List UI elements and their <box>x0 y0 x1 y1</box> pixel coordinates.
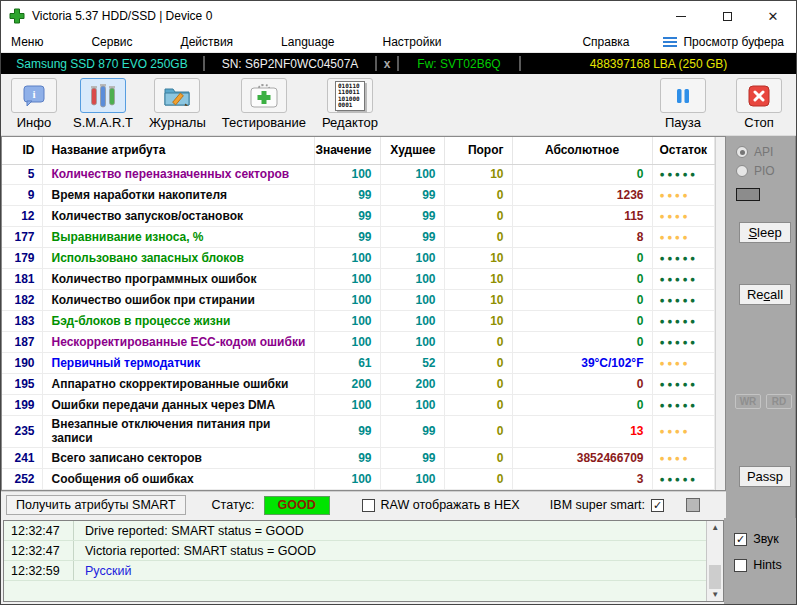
table-row[interactable]: 187Нескорректированные ECC-кодом ошибки1… <box>2 332 714 353</box>
table-row[interactable]: 179Использовано запасных блоков100100100… <box>2 248 714 269</box>
table-row[interactable]: 235Внезапные отключения питания при запи… <box>2 415 714 447</box>
cell-worst: 99 <box>380 447 444 468</box>
cell-threshold: 0 <box>444 447 512 468</box>
pause-button[interactable]: Пауза <box>660 78 706 130</box>
cell-value: 99 <box>314 447 380 468</box>
device-serial: SN: S6P2NF0WC04507A <box>205 57 375 71</box>
header-remaining[interactable]: Остаток <box>652 137 714 164</box>
cell-worst: 100 <box>380 311 444 332</box>
ibm-super-smart-checkbox[interactable] <box>651 499 664 512</box>
cell-attribute-name: Первичный термодатчик <box>42 353 314 374</box>
hints-checkbox-row[interactable]: Hints <box>734 558 796 572</box>
activity-led <box>736 188 760 201</box>
pio-radio[interactable] <box>736 165 748 177</box>
sound-checkbox-row[interactable]: Звук <box>734 532 796 546</box>
table-row[interactable]: 190Первичный термодатчик6152039°C/102°F●… <box>2 353 714 374</box>
cell-id: 252 <box>2 468 42 489</box>
header-threshold[interactable]: Порог <box>444 137 512 164</box>
recall-button[interactable]: Recall <box>739 284 791 305</box>
cell-remaining-dots: ●●●●● <box>652 290 714 311</box>
header-absolute[interactable]: Абсолютное <box>512 137 652 164</box>
info-icon: i <box>21 84 47 108</box>
menu-item-settings[interactable]: Настройки <box>383 35 442 49</box>
table-row[interactable]: 177Выравнивание износа, %999908●●●● <box>2 227 714 248</box>
cell-absolute: 8 <box>512 227 652 248</box>
cell-worst: 99 <box>380 206 444 227</box>
menu-item-service[interactable]: Сервис <box>91 35 132 49</box>
table-row[interactable]: 182Количество ошибок при стирании1001001… <box>2 290 714 311</box>
scrollbar-thumb[interactable] <box>709 565 721 589</box>
scroll-down-icon[interactable]: ▼ <box>707 590 723 599</box>
header-id[interactable]: ID <box>2 137 42 164</box>
sound-checkbox[interactable] <box>734 533 747 546</box>
folder-pencil-icon <box>162 84 192 108</box>
indicator-box[interactable] <box>686 498 700 512</box>
wr-button[interactable]: WR <box>735 394 761 409</box>
minimize-button[interactable] <box>658 1 704 31</box>
cell-value: 100 <box>314 311 380 332</box>
menu-item-language[interactable]: Language <box>281 35 334 49</box>
get-smart-attributes-button[interactable]: Получить атрибуты SMART <box>6 495 186 515</box>
table-row[interactable]: 183Бэд-блоков в процессе жизни100100100●… <box>2 311 714 332</box>
raw-hex-checkbox-row[interactable]: RAW отображать в HEX <box>362 498 520 512</box>
log-timestamp: 12:32:47 <box>4 541 74 560</box>
cell-id: 190 <box>2 353 42 374</box>
cell-attribute-name: Время наработки накопителя <box>42 185 314 206</box>
header-worst[interactable]: Худшее <box>380 137 444 164</box>
editor-button[interactable]: 010110 110011 101000 0001 Редактор <box>322 78 378 130</box>
api-radio[interactable] <box>736 146 748 158</box>
raw-hex-checkbox[interactable] <box>362 499 375 512</box>
header-attribute-name[interactable]: Название атрибута <box>42 137 314 164</box>
device-x-mark[interactable]: x <box>377 57 397 71</box>
cell-worst: 100 <box>380 290 444 311</box>
table-row[interactable]: 241Всего записано секторов99990385246670… <box>2 447 714 468</box>
log-entry[interactable]: 12:32:47Victoria reported: SMART status … <box>4 541 706 561</box>
health-dots-icon: ●●●● <box>660 426 691 436</box>
cell-id: 199 <box>2 394 42 415</box>
cell-id: 195 <box>2 374 42 395</box>
stop-button[interactable]: Стоп <box>736 78 782 130</box>
table-row[interactable]: 252Сообщения об ошибках10010003●●●●● <box>2 468 714 489</box>
menu-item-menu[interactable]: Меню <box>11 35 43 49</box>
table-row[interactable]: 12Количество запусков/остановок99990115●… <box>2 206 714 227</box>
table-row[interactable]: 199Ошибки передачи данных через DMA10010… <box>2 394 714 415</box>
log-entry[interactable]: 12:32:47Drive reported: SMART status = G… <box>4 521 706 541</box>
health-dots-icon: ●●●● <box>660 453 691 463</box>
cell-remaining-dots: ●●●● <box>652 353 714 374</box>
menu-item-actions[interactable]: Действия <box>181 35 234 49</box>
first-aid-kit-icon <box>249 83 279 109</box>
menu-item-help[interactable]: Справка <box>582 35 629 49</box>
testing-button[interactable]: Тестирование <box>222 78 306 130</box>
buffer-view-button[interactable]: Просмотр буфера <box>663 35 784 49</box>
close-icon: ✕ <box>768 10 779 23</box>
passp-button[interactable]: Passp <box>739 466 791 487</box>
scroll-up-icon[interactable]: ▲ <box>707 523 723 532</box>
table-row[interactable]: 5Количество переназначенных секторов1001… <box>2 164 714 185</box>
info-button[interactable]: i Инфо <box>11 78 57 130</box>
log-entry[interactable]: 12:32:59Русский <box>4 561 706 581</box>
hints-checkbox[interactable] <box>734 559 747 572</box>
ibm-super-smart-row: IBM super smart: <box>550 498 700 512</box>
cell-worst: 100 <box>380 248 444 269</box>
journals-button[interactable]: Журналы <box>149 78 206 130</box>
health-dots-icon: ●●●●● <box>660 379 698 389</box>
cell-threshold: 0 <box>444 353 512 374</box>
table-scrollbar[interactable] <box>715 137 726 490</box>
api-radio-row[interactable]: API <box>736 145 773 159</box>
cell-absolute: 13 <box>512 415 652 447</box>
rd-button[interactable]: RD <box>766 394 792 409</box>
pio-radio-row[interactable]: PIO <box>736 164 775 178</box>
table-row[interactable]: 9Время наработки накопителя999901236●●●● <box>2 185 714 206</box>
sleep-button[interactable]: Sleep <box>739 222 791 243</box>
status-badge: GOOD <box>264 496 330 515</box>
maximize-button[interactable] <box>704 1 750 31</box>
health-dots-icon: ●●●●● <box>660 274 698 284</box>
cell-worst: 52 <box>380 353 444 374</box>
header-value[interactable]: Значение <box>314 137 380 164</box>
smart-button[interactable]: S.M.A.R.T <box>73 78 133 130</box>
close-button[interactable]: ✕ <box>750 1 796 31</box>
window-controls: ✕ <box>658 1 796 31</box>
log-scrollbar[interactable]: ▲ ▼ <box>706 521 723 601</box>
table-row[interactable]: 195Аппаратно скорректированные ошибки200… <box>2 374 714 395</box>
table-row[interactable]: 181Количество программных ошибок10010010… <box>2 269 714 290</box>
